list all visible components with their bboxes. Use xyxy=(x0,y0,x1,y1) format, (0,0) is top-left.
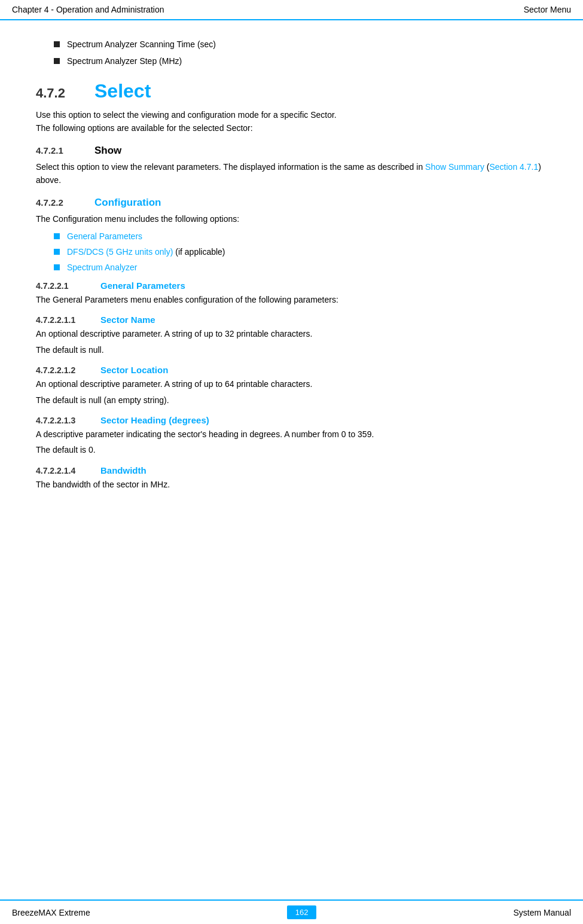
bullet-icon xyxy=(54,41,60,47)
section-472: 4.7.2 Select Use this option to select t… xyxy=(36,80,547,135)
section-472214-title: Bandwidth xyxy=(100,465,146,475)
bullet-scanning-time: Spectrum Analyzer Scanning Time (sec) xyxy=(54,39,547,49)
section-471-link[interactable]: Section 4.7.1 xyxy=(489,162,538,172)
bullet-icon xyxy=(54,264,60,270)
footer-left: BreezeMAX Extreme xyxy=(12,908,90,917)
section-472-title: Select xyxy=(94,80,151,102)
section-472211: 4.7.2.2.1.1 Sector Name An optional desc… xyxy=(36,315,547,356)
bullet-label: DFS/DCS (5 GHz units only) (if applicabl… xyxy=(67,247,225,257)
section-472212-desc1: An optional descriptive parameter. A str… xyxy=(36,377,547,391)
section-4721-header: 4.7.2.1 Show xyxy=(36,145,547,157)
section-472214-header: 4.7.2.2.1.4 Bandwidth xyxy=(36,465,547,475)
section-472213-num: 4.7.2.2.1.3 xyxy=(36,416,90,425)
section-472213-desc1: A descriptive parameter indicating the s… xyxy=(36,428,547,441)
section-472-desc: Use this option to select the viewing an… xyxy=(36,108,547,135)
section-4721-num: 4.7.2.1 xyxy=(36,145,84,155)
section-472213-title: Sector Heading (degrees) xyxy=(100,415,209,425)
section-472212: 4.7.2.2.1.2 Sector Location An optional … xyxy=(36,365,547,407)
page-content: Spectrum Analyzer Scanning Time (sec) Sp… xyxy=(0,20,583,529)
config-bullet-spectrum: Spectrum Analyzer xyxy=(54,263,547,272)
bullet-icon xyxy=(54,249,60,255)
config-bullet-general: General Parameters xyxy=(54,231,547,241)
section-472211-desc1: An optional descriptive parameter. A str… xyxy=(36,327,547,340)
section-472-title-row: 4.7.2 Select xyxy=(36,80,547,102)
header-right: Sector Menu xyxy=(524,5,571,14)
bullet-text: Spectrum Analyzer Scanning Time (sec) xyxy=(67,39,216,49)
section-47221-header: 4.7.2.2.1 General Parameters xyxy=(36,280,547,291)
show-summary-link[interactable]: Show Summary xyxy=(425,162,484,172)
section-47221-num: 4.7.2.2.1 xyxy=(36,281,90,291)
section-472213-header: 4.7.2.2.1.3 Sector Heading (degrees) xyxy=(36,415,547,425)
section-472214-num: 4.7.2.2.1.4 xyxy=(36,466,90,475)
page-header: Chapter 4 - Operation and Administration… xyxy=(0,0,583,20)
section-472212-header: 4.7.2.2.1.2 Sector Location xyxy=(36,365,547,375)
section-4722-header: 4.7.2.2 Configuration xyxy=(36,197,547,209)
section-472213: 4.7.2.2.1.3 Sector Heading (degrees) A d… xyxy=(36,415,547,457)
bullet-label[interactable]: General Parameters xyxy=(67,231,142,241)
section-4722: 4.7.2.2 Configuration The Configuration … xyxy=(36,197,547,272)
section-47221: 4.7.2.2.1 General Parameters The General… xyxy=(36,280,547,306)
section-4722-title: Configuration xyxy=(94,197,161,209)
section-472211-num: 4.7.2.2.1.1 xyxy=(36,315,90,325)
dfs-link[interactable]: DFS/DCS (5 GHz units only) xyxy=(67,247,173,257)
section-472214: 4.7.2.2.1.4 Bandwidth The bandwidth of t… xyxy=(36,465,547,491)
bullet-icon xyxy=(54,58,60,64)
bullet-icon xyxy=(54,233,60,239)
section-472212-title: Sector Location xyxy=(100,365,168,375)
section-472211-header: 4.7.2.2.1.1 Sector Name xyxy=(36,315,547,325)
section-472211-desc2: The default is null. xyxy=(36,343,547,356)
bullet-text: Spectrum Analyzer Step (MHz) xyxy=(67,56,182,66)
bullet-step-mhz: Spectrum Analyzer Step (MHz) xyxy=(54,56,547,66)
section-4721-title: Show xyxy=(94,145,121,157)
section-47221-title: General Parameters xyxy=(100,280,185,291)
section-472212-num: 4.7.2.2.1.2 xyxy=(36,365,90,375)
section-472213-desc2: The default is 0. xyxy=(36,443,547,456)
footer-page-number: 162 xyxy=(287,905,317,919)
section-472211-title: Sector Name xyxy=(100,315,155,325)
section-4722-num: 4.7.2.2 xyxy=(36,197,84,208)
section-4721: 4.7.2.1 Show Select this option to view … xyxy=(36,145,547,187)
section-472214-desc1: The bandwidth of the sector in MHz. xyxy=(36,478,547,491)
section-47221-desc: The General Parameters menu enables conf… xyxy=(36,293,547,306)
section-472212-desc2: The default is null (an empty string). xyxy=(36,394,547,407)
section-4721-desc: Select this option to view the relevant … xyxy=(36,160,547,187)
section-472-num: 4.7.2 xyxy=(36,86,84,101)
header-left: Chapter 4 - Operation and Administration xyxy=(12,5,164,14)
page-footer: BreezeMAX Extreme 162 System Manual xyxy=(0,899,583,924)
section-4722-desc: The Configuration menu includes the foll… xyxy=(36,212,547,225)
config-bullet-dfs: DFS/DCS (5 GHz units only) (if applicabl… xyxy=(54,247,547,257)
bullet-label[interactable]: Spectrum Analyzer xyxy=(67,263,138,272)
footer-right: System Manual xyxy=(514,908,571,917)
